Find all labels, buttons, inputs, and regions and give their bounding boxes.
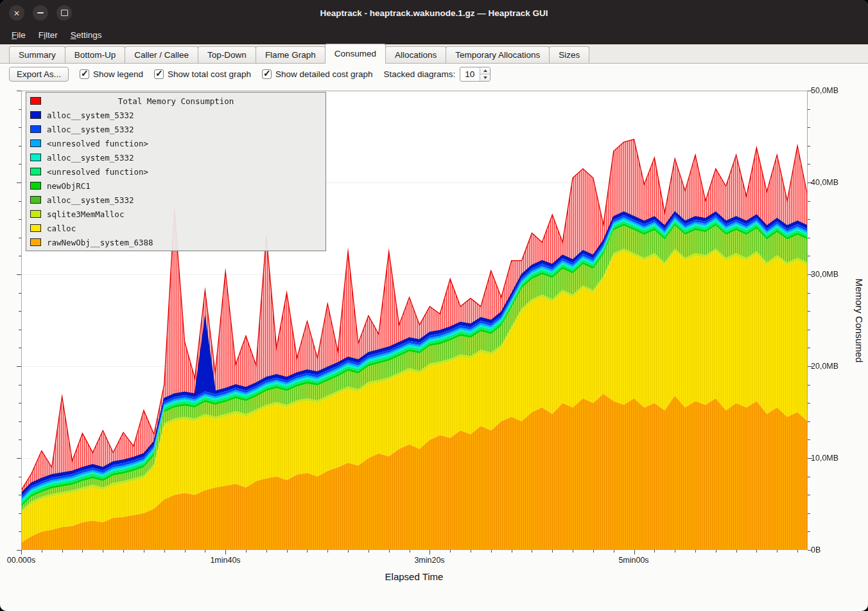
chevron-up-icon [483, 69, 487, 72]
y-tick-label: 40,0MB [811, 178, 838, 187]
legend-item-label: newObjRC1 [47, 181, 91, 191]
legend-item-label: <unresolved function> [47, 139, 148, 148]
stacked-diagrams-spinbox[interactable]: 10 [460, 67, 490, 82]
checkbox-box-icon [262, 69, 272, 79]
maximize-icon [61, 10, 68, 16]
legend-item: newObjRC1 [26, 179, 326, 193]
checkbox-label: Show legend [93, 69, 143, 79]
legend-title: Total Memory Consumption [47, 96, 322, 106]
consumed-chart-area: 0B 10,0MB 20,0MB 30,0MB 40,0MB 50,0MB 00… [0, 85, 868, 611]
legend-color-swatch [30, 111, 41, 119]
x-tick-label: 1min40s [210, 556, 240, 565]
y-tick-label: 20,0MB [811, 362, 838, 371]
legend-color-swatch [30, 238, 41, 246]
legend-color-swatch [30, 224, 41, 232]
legend-item: alloc__system_5332 [26, 150, 326, 164]
checkbox-label: Show detailed cost graph [275, 69, 373, 79]
close-icon [13, 7, 20, 19]
toolbar: Export As... Show legend Show total cost… [0, 64, 868, 85]
menu-filter[interactable]: Filter [32, 28, 64, 42]
tab-sizes[interactable]: Sizes [549, 46, 589, 63]
menu-settings[interactable]: Settings [64, 28, 108, 42]
legend-item-label: alloc__system_5332 [47, 153, 134, 163]
minimize-button[interactable] [33, 5, 48, 21]
heaptrack-window: Heaptrack - heaptrack.wakunode.1.gz — He… [0, 0, 868, 611]
legend-item: alloc__system_5332 [26, 108, 326, 122]
spinner-up-button[interactable] [480, 67, 490, 75]
legend-title-swatch [30, 97, 41, 105]
legend-item: calloc [26, 221, 326, 235]
y-tick-label: 30,0MB [811, 270, 838, 279]
chevron-down-icon [483, 76, 487, 79]
tab-bottom-up[interactable]: Bottom-Up [65, 46, 126, 63]
stacked-diagrams-label: Stacked diagrams: [384, 69, 456, 79]
legend-color-swatch [30, 154, 41, 161]
y-tick-label: 10,0MB [811, 454, 838, 463]
tab-consumed[interactable]: Consumed [325, 44, 386, 64]
legend-item-label: alloc__system_5332 [47, 125, 134, 134]
menubar: File Filter Settings [0, 26, 868, 44]
menu-file[interactable]: File [5, 28, 32, 42]
memory-consumed-axis-title: Memory Consumed [854, 279, 865, 363]
chart-legend: Total Memory Consumption alloc__system_5… [26, 92, 326, 251]
elapsed-time-axis-title: Elapsed Time [385, 571, 444, 582]
tab-flame-graph[interactable]: Flame Graph [256, 46, 326, 63]
legend-item-label: <unresolved function> [47, 167, 148, 177]
titlebar: Heaptrack - heaptrack.wakunode.1.gz — He… [0, 0, 868, 26]
checkbox-label: Show total cost graph [168, 69, 251, 79]
legend-item-label: calloc [47, 224, 76, 233]
legend-color-swatch [30, 168, 41, 175]
legend-item: rawNewObj__system_6388 [26, 235, 326, 249]
checkbox-box-icon [154, 69, 164, 79]
legend-color-swatch [30, 139, 41, 147]
tab-summary[interactable]: Summary [9, 46, 65, 63]
spinner-down-button[interactable] [480, 75, 490, 81]
legend-color-swatch [30, 210, 41, 218]
maximize-button[interactable] [56, 5, 72, 21]
show-legend-checkbox[interactable]: Show legend [80, 69, 143, 79]
window-title: Heaptrack - heaptrack.wakunode.1.gz — He… [0, 8, 868, 18]
legend-item: <unresolved function> [26, 164, 326, 179]
legend-color-swatch [30, 125, 41, 133]
stacked-diagrams-value[interactable]: 10 [460, 67, 480, 81]
minimize-icon [37, 12, 44, 13]
x-tick-label: 3min20s [414, 556, 444, 565]
legend-color-swatch [30, 196, 41, 204]
tabbar: Summary Bottom-Up Caller / Callee Top-Do… [0, 44, 868, 64]
y-tick-label: 50,0MB [811, 86, 838, 95]
tab-caller-callee[interactable]: Caller / Callee [125, 46, 198, 63]
legend-item-label: sqlite3MemMalloc [47, 209, 124, 219]
legend-title-row: Total Memory Consumption [26, 94, 326, 108]
y-tick-label: 0B [811, 545, 820, 554]
close-button[interactable] [9, 5, 24, 21]
legend-item: sqlite3MemMalloc [26, 207, 326, 221]
window-controls [9, 5, 72, 21]
show-detailed-cost-graph-checkbox[interactable]: Show detailed cost graph [262, 69, 373, 79]
tab-top-down[interactable]: Top-Down [198, 46, 256, 63]
legend-item: alloc__system_5332 [26, 193, 326, 207]
checkbox-box-icon [80, 69, 89, 79]
legend-item: <unresolved function> [26, 136, 326, 150]
legend-item-label: alloc__system_5332 [47, 111, 134, 120]
legend-item-label: rawNewObj__system_6388 [47, 238, 153, 247]
tab-temporary-allocations[interactable]: Temporary Allocations [446, 46, 550, 63]
show-total-cost-graph-checkbox[interactable]: Show total cost graph [154, 69, 251, 79]
export-as-button[interactable]: Export As... [9, 67, 69, 82]
x-tick-label: 5min00s [618, 556, 648, 565]
legend-item: alloc__system_5332 [26, 122, 326, 136]
legend-item-label: alloc__system_5332 [47, 195, 134, 205]
x-tick-label: 00.000s [7, 556, 35, 565]
tab-allocations[interactable]: Allocations [385, 46, 446, 63]
stacked-diagrams-group: Stacked diagrams: 10 [384, 67, 491, 82]
legend-color-swatch [30, 182, 41, 190]
